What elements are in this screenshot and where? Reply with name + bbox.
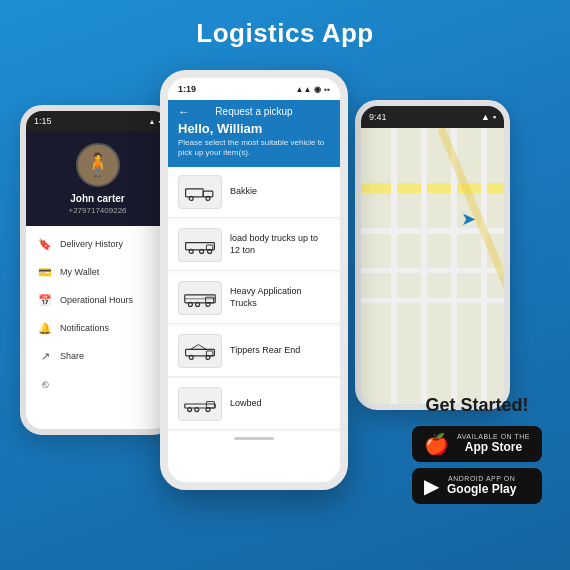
screen-title: Request a pickup — [215, 106, 292, 117]
svg-rect-5 — [186, 242, 215, 249]
svg-point-3 — [189, 196, 193, 200]
vehicle-name-lowbed: Lowbed — [230, 398, 262, 410]
vehicle-icon-load-body — [178, 228, 222, 262]
profile-name: John carter — [70, 193, 124, 204]
vehicle-item-lowbed[interactable]: Lowbed — [168, 379, 340, 430]
back-phone: 9:41 ▲ ▪ ➤ — [355, 100, 510, 410]
svg-rect-11 — [206, 297, 214, 303]
wallet-icon: 💳 — [38, 265, 52, 279]
menu-label-notifications: Notifications — [60, 323, 109, 333]
app-store-sub: Available on the — [457, 433, 530, 440]
svg-rect-1 — [186, 189, 204, 197]
wifi-icon: ▲ — [481, 112, 490, 122]
svg-point-13 — [188, 302, 192, 306]
front-phone: 1:19 ▲▲ ◉ ▪▪ ← Request a pickup Hello, W… — [160, 70, 348, 490]
menu-item-notifications[interactable]: 🔔 Notifications — [26, 314, 169, 342]
vehicle-name-bakkie: Bakkie — [230, 186, 257, 198]
left-wifi-icon: ▲ — [149, 118, 156, 125]
phone-app-header: ← Request a pickup Hello, William Please… — [168, 100, 340, 167]
left-phone-status-bar: 1:15 ▲ ▪ — [26, 111, 169, 131]
share-icon: ↗ — [38, 349, 52, 363]
app-store-text: Available on the App Store — [457, 433, 530, 454]
play-icon: ▶ — [424, 474, 439, 498]
svg-rect-16 — [186, 349, 215, 355]
svg-marker-17 — [190, 344, 206, 349]
svg-point-9 — [208, 249, 212, 253]
load-body-svg — [184, 235, 216, 255]
google-play-badge[interactable]: ▶ Android App on Google Play — [412, 468, 542, 504]
menu-item-delivery-history[interactable]: 🔖 Delivery History — [26, 230, 169, 258]
vehicle-icon-heavy — [178, 281, 222, 315]
home-indicator — [234, 437, 274, 440]
menu-label-wallet: My Wallet — [60, 267, 99, 277]
heavy-svg — [184, 288, 216, 308]
header-top-bar: ← Request a pickup — [178, 106, 330, 117]
google-play-name: Google Play — [447, 482, 516, 496]
google-play-sub: Android App on — [447, 475, 516, 482]
menu-list: 🔖 Delivery History 💳 My Wallet 📅 Operati… — [26, 226, 169, 402]
profile-phone: +279717409226 — [68, 206, 126, 215]
app-store-badge[interactable]: 🍎 Available on the App Store — [412, 426, 542, 462]
page-title: Logistics App — [0, 18, 570, 49]
svg-point-7 — [189, 249, 193, 253]
vehicle-item-tipper[interactable]: Tippers Rear End — [168, 326, 340, 377]
sub-description: Please select the most suitable vehicle … — [178, 138, 330, 159]
avatar-figure: 🧍 — [84, 152, 111, 178]
get-started-section: Get Started! 🍎 Available on the App Stor… — [412, 395, 542, 510]
google-play-text: Android App on Google Play — [447, 475, 516, 496]
svg-point-4 — [206, 196, 210, 200]
svg-point-19 — [189, 355, 193, 359]
left-phone: 1:15 ▲ ▪ 🧍 John carter +279717409226 🔖 D… — [20, 105, 175, 435]
signal-icon: ▲▲ — [295, 85, 311, 94]
get-started-title: Get Started! — [412, 395, 542, 416]
back-phone-status-icons: ▲ ▪ — [481, 112, 496, 122]
bookmark-icon: 🔖 — [38, 237, 52, 251]
app-store-name: App Store — [457, 440, 530, 454]
bell-icon: 🔔 — [38, 321, 52, 335]
left-phone-time: 1:15 — [34, 116, 52, 126]
front-phone-time: 1:19 — [178, 84, 196, 94]
vehicle-item-heavy[interactable]: Heavy Application Trucks — [168, 273, 340, 324]
map-diagonal — [361, 128, 504, 404]
menu-item-operational-hours[interactable]: 📅 Operational Hours — [26, 286, 169, 314]
map-area: ➤ — [361, 128, 504, 404]
vehicle-name-load-body: load body trucks up to 12 ton — [230, 233, 330, 256]
back-phone-status-bar: 9:41 ▲ ▪ — [361, 106, 504, 128]
vehicle-list: Bakkie load body trucks up to 12 ton — [168, 167, 340, 432]
back-phone-time: 9:41 — [369, 112, 387, 122]
menu-item-share[interactable]: ↗ Share — [26, 342, 169, 370]
vehicle-icon-bakkie — [178, 175, 222, 209]
back-arrow-icon[interactable]: ← — [178, 105, 190, 119]
bakkie-svg — [184, 182, 216, 202]
battery-icon: ▪▪ — [324, 85, 330, 94]
logout-icon: ⎋ — [38, 377, 52, 391]
vehicle-item-bakkie[interactable]: Bakkie — [168, 167, 340, 218]
tipper-svg — [184, 341, 216, 361]
vehicle-icon-tipper — [178, 334, 222, 368]
front-phone-status-bar: 1:19 ▲▲ ◉ ▪▪ — [168, 78, 340, 100]
menu-label-delivery: Delivery History — [60, 239, 123, 249]
profile-header: 🧍 John carter +279717409226 — [26, 131, 169, 226]
wifi-icon: ◉ — [314, 85, 321, 94]
vehicle-item-load-body[interactable]: load body trucks up to 12 ton — [168, 220, 340, 271]
avatar: 🧍 — [76, 143, 120, 187]
battery-icon: ▪ — [493, 112, 496, 122]
svg-point-14 — [196, 302, 200, 306]
menu-item-wallet[interactable]: 💳 My Wallet — [26, 258, 169, 286]
map-location-marker: ➤ — [461, 208, 476, 230]
front-phone-signal-icons: ▲▲ ◉ ▪▪ — [295, 85, 330, 94]
apple-icon: 🍎 — [424, 432, 449, 456]
menu-label-operational: Operational Hours — [60, 295, 133, 305]
menu-label-share: Share — [60, 351, 84, 361]
vehicle-name-tipper: Tippers Rear End — [230, 345, 300, 357]
svg-point-20 — [206, 355, 210, 359]
svg-point-8 — [200, 249, 204, 253]
greeting-text: Hello, William — [178, 121, 330, 136]
menu-item-logout[interactable]: ⎋ — [26, 370, 169, 398]
svg-point-15 — [206, 302, 210, 306]
calendar-icon: 📅 — [38, 293, 52, 307]
vehicle-name-heavy: Heavy Application Trucks — [230, 286, 330, 309]
phone-bottom-bar — [168, 432, 340, 446]
lowbed-svg — [184, 394, 216, 414]
vehicle-icon-lowbed — [178, 387, 222, 421]
